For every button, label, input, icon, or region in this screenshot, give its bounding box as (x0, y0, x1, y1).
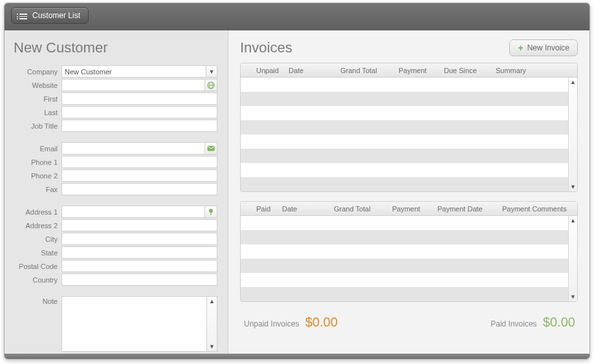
company-input[interactable] (61, 65, 206, 78)
column-header[interactable]: Payment (396, 67, 441, 74)
table-row[interactable] (241, 273, 568, 287)
table-row[interactable] (241, 259, 568, 273)
unpaid-scrollbar[interactable]: ▲ ▼ (568, 78, 577, 191)
note-scrollbar[interactable]: ▲ ▼ (207, 296, 217, 352)
table-row[interactable] (241, 287, 568, 301)
first-row: First (14, 92, 217, 105)
mail-icon[interactable] (204, 142, 217, 155)
country-label: Country (14, 276, 61, 284)
address1-row: Address 1 (14, 206, 217, 218)
paid-scrollbar[interactable]: ▲ ▼ (568, 216, 577, 301)
column-header[interactable]: Paid (241, 205, 280, 213)
jobtitle-input[interactable] (61, 120, 217, 132)
paid-total-label: Paid Invoices (490, 319, 536, 328)
first-input[interactable] (61, 92, 217, 105)
paid-total: Paid Invoices $0.00 (490, 315, 575, 330)
column-header[interactable]: Payment (390, 205, 435, 213)
table-row[interactable] (241, 134, 568, 149)
company-row: Company ▼ (14, 65, 217, 78)
phone2-row: Phone 2 (14, 169, 217, 182)
state-label: State (14, 249, 61, 257)
last-input[interactable] (61, 106, 217, 118)
company-label: Company (14, 68, 61, 76)
plus-icon: + (518, 43, 523, 52)
table-row[interactable] (241, 78, 568, 92)
jobtitle-label: Job Title (14, 122, 61, 130)
table-row[interactable] (241, 177, 568, 191)
invoices-header: Invoices + New Invoice (240, 39, 578, 56)
paid-total-amount: $0.00 (543, 315, 575, 329)
email-input[interactable] (61, 142, 204, 155)
column-header[interactable]: Grand Total (338, 67, 396, 74)
city-row: City (14, 233, 217, 245)
body: New Customer Company ▼ Website First (5, 30, 589, 354)
table-row[interactable] (241, 163, 568, 177)
unpaid-total: Unpaid Invoices $0.00 (244, 315, 338, 330)
company-dropdown-button[interactable]: ▼ (206, 65, 217, 78)
table-row[interactable] (241, 149, 568, 163)
postal-label: Postal Code (14, 262, 61, 270)
note-textarea[interactable] (61, 296, 207, 352)
customer-form-pane: New Customer Company ▼ Website First (5, 30, 228, 354)
unpaid-grid-body: ▲ ▼ (241, 78, 577, 191)
postal-row: Postal Code (14, 260, 217, 272)
column-header[interactable]: Date (280, 205, 331, 213)
svg-rect-5 (210, 212, 211, 215)
scroll-up-icon[interactable]: ▲ (570, 217, 576, 224)
column-header[interactable]: Grand Total (331, 205, 390, 213)
new-invoice-label: New Invoice (527, 43, 569, 52)
table-row[interactable] (241, 106, 568, 120)
column-header[interactable]: Payment Comments (500, 205, 577, 213)
top-toolbar: Customer List (5, 3, 589, 30)
city-input[interactable] (61, 233, 217, 245)
column-header[interactable]: Due Since (441, 67, 493, 74)
column-header[interactable]: Summary (493, 67, 558, 74)
email-label: Email (14, 145, 61, 153)
table-row[interactable] (241, 216, 568, 230)
jobtitle-row: Job Title (14, 120, 217, 132)
column-header[interactable]: Date (286, 67, 338, 74)
scroll-down-icon[interactable]: ▼ (570, 294, 576, 300)
phone1-input[interactable] (61, 156, 217, 168)
paid-grid-header: PaidDateGrand TotalPaymentPayment DatePa… (241, 202, 577, 216)
country-row: Country (14, 273, 217, 286)
list-icon (19, 12, 28, 19)
fax-label: Fax (14, 186, 61, 193)
column-header[interactable]: Unpaid (241, 67, 286, 74)
unpaid-total-amount: $0.00 (305, 315, 338, 329)
globe-icon[interactable] (204, 79, 217, 91)
address1-label: Address 1 (14, 208, 61, 216)
column-header[interactable]: Payment Date (435, 205, 500, 213)
country-input[interactable] (61, 273, 217, 286)
unpaid-invoices-grid: UnpaidDateGrand TotalPaymentDue SinceSum… (240, 63, 578, 192)
fax-input[interactable] (61, 183, 217, 195)
customer-list-button[interactable]: Customer List (11, 7, 89, 24)
invoices-title: Invoices (240, 39, 292, 56)
website-input[interactable] (61, 79, 204, 91)
scroll-up-icon[interactable]: ▲ (209, 298, 215, 305)
scroll-down-icon[interactable]: ▼ (209, 343, 215, 350)
table-row[interactable] (241, 92, 568, 106)
invoices-pane: Invoices + New Invoice UnpaidDateGrand T… (228, 30, 589, 354)
totals-row: Unpaid Invoices $0.00 Paid Invoices $0.0… (240, 311, 578, 330)
table-row[interactable] (241, 230, 568, 244)
phone1-label: Phone 1 (14, 158, 61, 166)
table-row[interactable] (241, 120, 568, 134)
unpaid-total-label: Unpaid Invoices (244, 319, 299, 328)
paid-invoices-grid: PaidDateGrand TotalPaymentPayment DatePa… (240, 201, 578, 302)
scroll-up-icon[interactable]: ▲ (570, 79, 576, 85)
new-invoice-button[interactable]: + New Invoice (509, 39, 578, 56)
state-input[interactable] (61, 246, 217, 259)
address1-input[interactable] (61, 206, 204, 218)
postal-input[interactable] (61, 260, 217, 272)
scroll-down-icon[interactable]: ▼ (570, 184, 576, 190)
paid-grid-rows (241, 216, 568, 301)
note-label: Note (14, 296, 61, 305)
website-row: Website (14, 79, 217, 91)
map-pin-icon[interactable] (204, 206, 217, 218)
customer-list-label: Customer List (32, 11, 80, 20)
phone2-input[interactable] (61, 169, 217, 182)
table-row[interactable] (241, 244, 568, 259)
last-row: Last (14, 106, 217, 118)
address2-input[interactable] (61, 219, 217, 231)
